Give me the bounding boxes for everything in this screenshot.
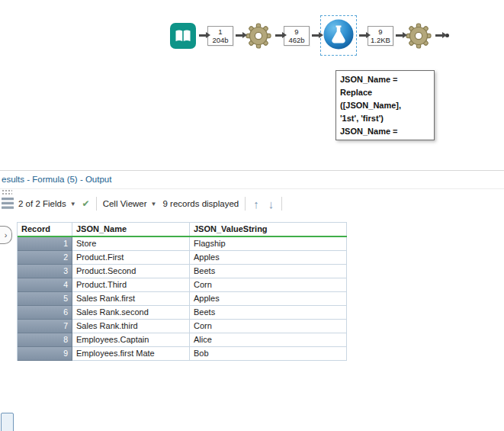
table-row: 7Sales Rank.thirdCorn [18, 320, 347, 333]
book-icon [169, 22, 197, 50]
json-name-cell[interactable]: Product.Second [72, 265, 190, 278]
toolbar-separator [96, 197, 97, 211]
table-row: 5Sales Rank.firstApples [18, 292, 347, 306]
json-value-cell[interactable]: Bob [190, 347, 347, 361]
json-name-cell[interactable]: Sales Rank.first [72, 292, 190, 306]
annotation-count: 9 [371, 27, 390, 36]
toolbar-separator [281, 197, 282, 211]
rail-bottom-icon[interactable] [1, 413, 14, 431]
tool-formula-selected[interactable] [323, 18, 355, 50]
results-table: Record JSON_Name JSON_ValueString 1Store… [17, 222, 347, 361]
record-number-cell[interactable]: 9 [18, 347, 72, 361]
record-number-cell[interactable]: 2 [18, 251, 72, 265]
results-panel-title: esults - Formula (5) - Output [2, 175, 111, 184]
results-title-band: esults - Formula (5) - Output [0, 171, 504, 189]
drag-grip-icon[interactable] [2, 189, 12, 195]
record-number-cell[interactable]: 8 [18, 333, 72, 347]
json-value-cell[interactable]: Beets [190, 306, 347, 320]
record-number-cell[interactable]: 6 [18, 306, 72, 320]
formula-expression-tooltip: JSON_Name = Replace ([JSON_Name], '1st',… [335, 70, 435, 140]
annotation-size: 204b [210, 36, 230, 44]
flask-icon [323, 18, 355, 50]
connection-annotation[interactable]: 9 462b [284, 26, 310, 46]
tooltip-line: '1st', 'first') [340, 112, 430, 125]
table-icon [2, 198, 14, 209]
down-arrow-button[interactable]: ↓ [267, 198, 276, 210]
table-row: 1StoreFlagship [18, 237, 347, 251]
connection-annotation[interactable]: 1 204b [207, 26, 233, 46]
cell-viewer-label: Cell Viewer [103, 199, 147, 208]
connection-annotation[interactable]: 9 1.2KB [368, 26, 393, 46]
tooltip-line: JSON_Name = [340, 125, 430, 138]
fields-dropdown-label: 2 of 2 Fields [18, 199, 66, 208]
chevron-down-icon: ▼ [151, 201, 157, 207]
workflow-tools: 1 204b 9 [169, 15, 449, 56]
record-number-cell[interactable]: 5 [18, 292, 72, 306]
connector-arrow [396, 34, 403, 37]
json-value-cell[interactable]: Apples [190, 292, 347, 306]
json-value-cell[interactable]: Beets [190, 265, 347, 278]
record-number-cell[interactable]: 4 [18, 278, 72, 292]
tool-json-parse[interactable] [244, 21, 273, 50]
json-name-cell[interactable]: Employees.first Mate [72, 347, 190, 361]
record-number-cell[interactable]: 1 [18, 237, 72, 251]
json-value-cell[interactable]: Flagship [190, 237, 347, 251]
connector-arrow [275, 34, 282, 37]
json-value-cell[interactable]: Apples [190, 251, 347, 265]
tooltip-line: Replace [340, 86, 430, 99]
tooltip-line: JSON_Name = [340, 73, 430, 86]
record-number-cell[interactable]: 7 [18, 320, 72, 333]
tool-text-input[interactable] [169, 22, 197, 50]
popout-panel-button[interactable]: › [0, 226, 12, 244]
connector-arrow [359, 34, 366, 37]
table-row: 2Product.FirstApples [18, 251, 347, 265]
json-name-cell[interactable]: Sales Rank.third [72, 320, 190, 333]
chevron-right-icon: › [5, 230, 8, 240]
tooltip-line: ([JSON_Name], [340, 99, 430, 112]
column-header-record[interactable]: Record [18, 222, 72, 236]
json-value-cell[interactable]: Corn [190, 320, 347, 333]
results-toolbar: 2 of 2 Fields ▼ ✔ Cell Viewer ▼ 9 record… [18, 191, 282, 217]
table-view-button[interactable] [2, 198, 14, 212]
json-name-cell[interactable]: Sales Rank.second [72, 306, 190, 320]
table-row: 4Product.ThirdCorn [18, 278, 347, 292]
json-name-cell[interactable]: Employees.Captain [72, 333, 190, 347]
json-name-cell[interactable]: Store [72, 237, 190, 251]
table-row: 3Product.SecondBeets [18, 265, 347, 278]
gear-icon [244, 21, 273, 50]
annotation-size: 1.2KB [371, 36, 390, 44]
connector-arrow [312, 34, 319, 37]
json-value-cell[interactable]: Corn [190, 278, 347, 292]
connector-arrow [236, 34, 242, 37]
connector-arrow [435, 34, 442, 37]
up-arrow-button[interactable]: ↑ [252, 198, 261, 210]
workflow-canvas: 1 204b 9 [0, 0, 504, 171]
json-name-cell[interactable]: Product.Third [72, 278, 190, 292]
table-row: 9Employees.first MateBob [18, 347, 347, 361]
column-header-json-name[interactable]: JSON_Name [72, 222, 190, 236]
gear-icon [404, 21, 433, 50]
toolbar-separator [245, 197, 246, 211]
annotation-count: 9 [287, 27, 307, 36]
annotation-count: 1 [210, 27, 230, 36]
table-row: 6Sales Rank.secondBeets [18, 306, 347, 320]
connector-arrow [199, 34, 206, 37]
column-header-json-valuestring[interactable]: JSON_ValueString [190, 222, 347, 236]
fields-dropdown[interactable]: 2 of 2 Fields ▼ [18, 199, 76, 208]
tool-json-build[interactable] [404, 21, 433, 50]
json-value-cell[interactable]: Alice [190, 333, 347, 347]
apply-check-icon[interactable]: ✔ [82, 198, 90, 209]
record-number-cell[interactable]: 3 [18, 265, 72, 278]
results-table-header: Record JSON_Name JSON_ValueString [18, 222, 347, 237]
selected-tool-outline [320, 15, 357, 56]
results-table-body: 1StoreFlagship2Product.FirstApples3Produ… [18, 237, 347, 361]
chevron-down-icon: ▼ [70, 201, 76, 207]
records-displayed-label: 9 records displayed [163, 199, 239, 208]
table-row: 8Employees.CaptainAlice [18, 333, 347, 347]
cell-viewer-dropdown[interactable]: Cell Viewer ▼ [103, 199, 157, 208]
json-name-cell[interactable]: Product.First [72, 251, 190, 265]
annotation-size: 462b [287, 36, 307, 44]
